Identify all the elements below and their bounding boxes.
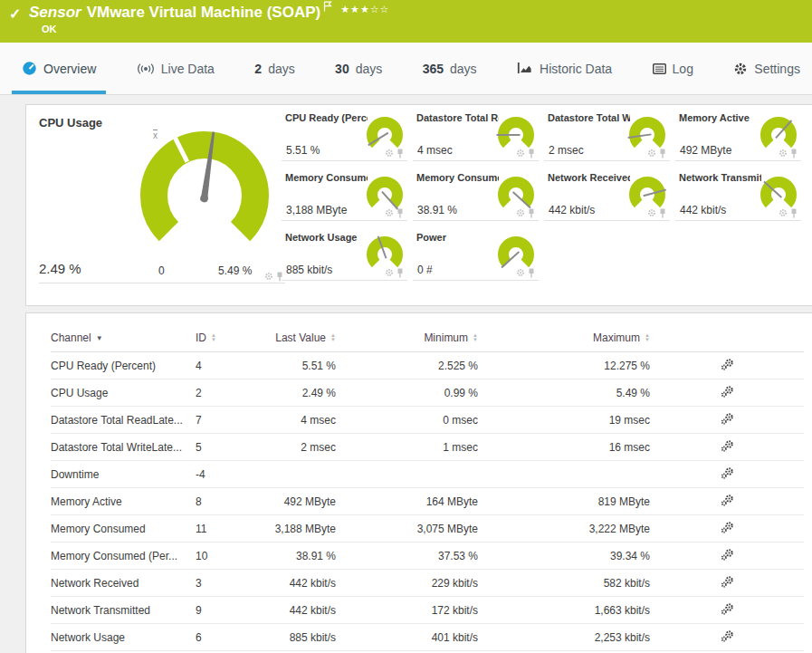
channel-cell: Network Received	[51, 570, 196, 597]
gauge-settings-icon[interactable]	[779, 149, 788, 158]
tab-2-days-unit: days	[268, 62, 295, 76]
gauge-settings-icon[interactable]	[264, 272, 273, 281]
column-header-minimum[interactable]: Minimum▲▼	[336, 326, 478, 352]
priority-stars[interactable]: ★★★☆☆	[340, 4, 389, 14]
gauge-pin-icon[interactable]	[659, 208, 666, 218]
small-gauge-card[interactable]: Datastore Total WriteL... 2 msec	[544, 110, 670, 161]
tab-live-data[interactable]: Live Data	[127, 43, 224, 94]
small-gauge	[758, 113, 799, 153]
small-gauge-card[interactable]: CPU Ready (Percent) 5.51 %	[282, 110, 407, 161]
channel-settings-icon[interactable]	[721, 575, 734, 591]
channel-cell: Network Transmitted	[51, 597, 196, 624]
flag-icon[interactable]	[323, 0, 332, 16]
small-gauge	[364, 233, 406, 273]
tab-2-days[interactable]: 2 days	[244, 43, 304, 94]
gauge-settings-icon[interactable]	[516, 268, 525, 277]
channel-settings-icon[interactable]	[721, 521, 734, 536]
table-row[interactable]: Memory Consumed 11 3,188 MByte 3,075 MBy…	[51, 515, 804, 543]
small-gauge-value: 0 #	[417, 264, 433, 276]
gauge-settings-icon[interactable]	[516, 208, 525, 217]
gauge-pin-icon[interactable]	[790, 149, 798, 158]
gauge-pin-icon[interactable]	[528, 208, 535, 218]
small-gauge-card[interactable]: Memory Consumed (P... 38.91 %	[413, 170, 539, 221]
table-row[interactable]: Network Transmitted 9 442 kbit/s 172 kbi…	[51, 597, 804, 624]
small-gauge-card[interactable]: Memory Active 492 MByte	[675, 110, 801, 161]
gauge-settings-icon[interactable]	[647, 149, 656, 158]
small-gauge-card[interactable]: Datastore Total ReadLa... 4 msec	[413, 110, 539, 161]
broadcast-icon	[137, 62, 155, 75]
gauge-pin-icon[interactable]	[659, 149, 666, 158]
column-header-maximum[interactable]: Maximum▲▼	[478, 326, 650, 352]
gauge-pin-icon[interactable]	[528, 268, 535, 278]
table-row[interactable]: CPU Usage 2 2.49 % 0.99 % 5.49 %	[51, 379, 804, 407]
channel-cell: Memory Consumed	[51, 515, 196, 543]
gauge-settings-icon[interactable]	[647, 208, 656, 217]
maximum-cell: 2,253 kbit/s	[478, 624, 650, 651]
small-gauge-card[interactable]: Network Usage 885 kbit/s	[282, 230, 407, 281]
id-cell: 4	[196, 352, 250, 379]
gauge-pin-icon[interactable]	[396, 268, 404, 278]
channel-settings-icon[interactable]	[721, 358, 734, 373]
minimum-cell: 37.53 %	[336, 543, 478, 570]
gauge-settings-icon[interactable]	[516, 149, 525, 158]
gauge-settings-icon[interactable]	[779, 208, 788, 217]
table-row[interactable]: Memory Active 8 492 MByte 164 MByte 819 …	[51, 488, 804, 515]
table-row[interactable]: Network Usage 6 885 kbit/s 401 kbit/s 2,…	[51, 624, 804, 651]
gauge-pin-icon[interactable]	[396, 149, 404, 158]
column-header-id[interactable]: ID▲▼	[196, 326, 250, 352]
gauge-pin-icon[interactable]	[396, 208, 404, 218]
table-row[interactable]: Network Received 3 442 kbit/s 229 kbit/s…	[51, 570, 804, 597]
channel-settings-icon[interactable]	[721, 385, 734, 400]
channel-settings-icon[interactable]	[721, 548, 734, 563]
tab-30-days[interactable]: 30 days	[325, 43, 392, 94]
column-header-last-value[interactable]: Last Value▲▼	[250, 326, 336, 352]
channel-settings-icon[interactable]	[721, 412, 734, 427]
tab-settings[interactable]: Settings	[723, 43, 810, 94]
channel-cell: Memory Active	[51, 488, 196, 515]
small-gauge-value: 442 kbit/s	[549, 204, 595, 216]
gauge-pin-icon[interactable]	[528, 149, 535, 158]
table-row[interactable]: Datastore Total ReadLate... 7 4 msec 0 m…	[51, 407, 804, 434]
tab-historic-data[interactable]: Historic Data	[507, 43, 622, 94]
channel-settings-icon[interactable]	[721, 466, 734, 482]
id-cell: 7	[196, 407, 250, 434]
last-value-cell: 4 msec	[250, 407, 336, 434]
channel-settings-icon[interactable]	[721, 494, 734, 509]
last-value-cell: 492 MByte	[250, 488, 336, 515]
gauge-pin-icon[interactable]	[790, 208, 798, 218]
channels-table: Channel▼ ID▲▼ Last Value▲▼ Minimum▲▼ Max…	[51, 326, 804, 653]
last-value-cell: 5.51 %	[250, 352, 336, 379]
channel-cell: CPU Usage	[51, 379, 196, 407]
tab-log[interactable]: Log	[643, 43, 703, 94]
small-gauge-card[interactable]: Memory Consumed 3,188 MByte	[282, 170, 407, 221]
id-cell: 11	[196, 515, 250, 543]
sort-icon: ▲▼	[645, 333, 650, 342]
table-row[interactable]: CPU Ready (Percent) 4 5.51 % 2.525 % 12.…	[51, 352, 804, 379]
table-row[interactable]: Downtime -4	[51, 461, 804, 488]
channel-settings-icon[interactable]	[721, 439, 734, 455]
minimum-cell: 164 MByte	[336, 488, 478, 515]
channel-settings-icon[interactable]	[721, 629, 734, 645]
small-gauge-card[interactable]: Network Transmitted 442 kbit/s	[675, 170, 801, 221]
tab-365-days[interactable]: 365 days	[413, 43, 487, 94]
channel-cell: Datastore Total WriteLate...	[51, 434, 196, 461]
channel-settings-icon[interactable]	[721, 602, 734, 618]
tab-overview[interactable]: Overview	[12, 43, 106, 94]
minimum-cell: 1 msec	[336, 434, 478, 461]
gauge-settings-icon[interactable]	[385, 268, 394, 277]
small-gauge-title: CPU Ready (Percent)	[285, 112, 368, 123]
table-row[interactable]: Memory Consumed (Per... 10 38.91 % 37.53…	[51, 543, 804, 570]
minimum-cell	[336, 461, 478, 488]
gauge-settings-icon[interactable]	[385, 149, 394, 158]
small-gauge	[758, 173, 799, 213]
tab-365-days-unit: days	[450, 62, 477, 76]
gauge-settings-icon[interactable]	[385, 208, 394, 217]
table-row[interactable]: Datastore Total WriteLate... 5 2 msec 1 …	[51, 434, 804, 461]
small-gauge-card[interactable]: Network Received 442 kbit/s	[544, 170, 670, 221]
main-gauge-card[interactable]: CPU Usage x 2.49 % 0 5.49 %	[37, 112, 298, 290]
small-gauge-card[interactable]: Power 0 #	[413, 230, 539, 281]
channel-cell: Downtime	[51, 461, 196, 488]
column-header-channel[interactable]: Channel▼	[51, 326, 196, 352]
small-gauge-value: 5.51 %	[286, 144, 320, 157]
tab-live-data-label: Live Data	[161, 62, 215, 76]
